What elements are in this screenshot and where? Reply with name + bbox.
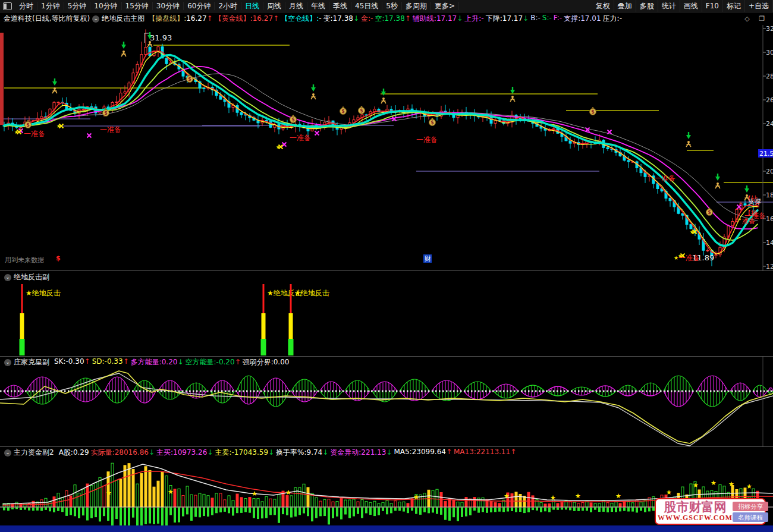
- zijin-values: A股:0.29实际量:28016.86↓主买:10973.26↓主卖:-1704…: [59, 448, 519, 458]
- svg-text:【操: 【操: [744, 209, 758, 217]
- indicator-field: 实际量:28016.86↓: [91, 448, 155, 458]
- menu-item-5秒[interactable]: 5秒: [382, 2, 402, 10]
- svg-text:★: ★: [413, 493, 419, 501]
- svg-text:★: ★: [728, 480, 734, 488]
- indicator-field: 支撑:17.01: [564, 14, 601, 24]
- indicator-values: 【操盘线】:16.27↑【黄金线】:16.27↑【空仓线】:-变:17.38↓金…: [148, 14, 624, 24]
- panel-zijin-title: 主力资金副2: [14, 448, 54, 458]
- menu-item-周线[interactable]: 周线: [263, 2, 285, 10]
- collapse-chevron-icon[interactable]: ⌄: [92, 15, 99, 23]
- menu-item-F10[interactable]: F10: [702, 0, 723, 12]
- kexing-values: SK:-0.30↑SD:-0.33↑多方能量:0.20↓空方能量:-0.20↑强…: [54, 357, 291, 367]
- svg-text:18: 18: [766, 191, 773, 199]
- indicator-field: 压力:-: [603, 14, 622, 24]
- svg-text:21.5: 21.5: [759, 150, 773, 158]
- svg-text:$: $: [26, 122, 30, 128]
- collapse-chevron-icon[interactable]: ⌄: [4, 359, 11, 366]
- svg-text:26: 26: [766, 96, 773, 104]
- svg-text:★: ★: [615, 492, 621, 500]
- svg-text:财: 财: [425, 255, 431, 263]
- menu-item-1分钟[interactable]: 1分钟: [37, 2, 64, 10]
- menu-item-多周期[interactable]: 多周期: [402, 2, 431, 10]
- collapse-chevron-icon[interactable]: ⌄: [4, 449, 11, 457]
- indicator-field: 上升:-: [464, 14, 483, 24]
- indicator-field: 【操盘线】:16.27↑: [148, 14, 212, 24]
- watermark-site-url: WWW.GSCFW.COM: [658, 514, 733, 522]
- tools-menu: 复权叠加多股统计画线F10标记+自选: [592, 0, 773, 12]
- svg-text:30: 30: [766, 49, 773, 56]
- indicator-field: 强弱分界:0.00: [243, 357, 290, 367]
- svg-text:20: 20: [766, 168, 773, 175]
- svg-text:$: $: [104, 111, 108, 116]
- menu-item-5分钟[interactable]: 5分钟: [64, 2, 91, 10]
- menu-item-45日线[interactable]: 45日线: [351, 2, 382, 10]
- indicator-field: MA13:22113.11↑: [454, 448, 516, 458]
- menu-item-10分钟[interactable]: 10分钟: [90, 2, 121, 10]
- menu-item-年线[interactable]: 年线: [307, 2, 329, 10]
- panel-separator[interactable]: [0, 270, 773, 271]
- site-watermark: 股市财富网 WWW.GSCFW.COM 指标分享 名师课程: [655, 498, 766, 525]
- svg-text:11.89: 11.89: [692, 253, 714, 262]
- svg-text:一准备: 一准备: [24, 130, 45, 138]
- menu-item-叠加[interactable]: 叠加: [614, 0, 636, 12]
- menu-item-统计[interactable]: 统计: [658, 0, 680, 12]
- svg-text:一准备: 一准备: [654, 174, 675, 182]
- indicator-field: 辅助线:17.17↓: [413, 14, 463, 24]
- stock-title: 金道科技(日线,等比前复权): [4, 14, 90, 24]
- kexing-oscillator-panel[interactable]: [0, 357, 773, 446]
- menu-item-季线[interactable]: 季线: [329, 2, 351, 10]
- indicator-field: 金:-: [361, 14, 373, 24]
- menu-item-15分钟[interactable]: 15分钟: [122, 2, 153, 10]
- svg-text:一准备: 一准备: [100, 125, 121, 134]
- main-candlestick-chart[interactable]: $$$$$$$$$★★★★★一准备一准备一准备一准备一准备一准备31.93用到未…: [0, 25, 773, 270]
- menu-item-分时[interactable]: 分时: [15, 2, 37, 10]
- svg-text:$: $: [291, 117, 295, 122]
- infobar-corner-icons[interactable]: ◇ ❐: [744, 15, 768, 23]
- window-icon[interactable]: [3, 2, 12, 10]
- menu-item-日线[interactable]: 日线: [241, 2, 263, 10]
- panel-zijin-header: ⌄ 主力资金副2 A股:0.29实际量:28016.86↓主买:10973.26…: [2, 448, 518, 458]
- svg-text:准备: 准备: [742, 218, 755, 225]
- svg-text:$: $: [188, 77, 191, 82]
- indicator-field: 空:17.38↑: [375, 14, 410, 24]
- svg-text:$: $: [591, 109, 595, 115]
- svg-text:→: →: [736, 216, 741, 222]
- svg-text:14: 14: [766, 239, 773, 247]
- svg-text:28: 28: [766, 73, 773, 80]
- panel-separator[interactable]: [0, 446, 773, 447]
- indicator-info-bar: 金道科技(日线,等比前复权) ⌄ 绝地反击主图 【操盘线】:16.27↑【黄金线…: [0, 13, 773, 24]
- svg-text:$: $: [360, 108, 363, 114]
- indicator-field: 【空仓线】:-: [281, 14, 321, 24]
- svg-text:一准备: 一准备: [290, 134, 311, 142]
- indicator-field: 换手率%:9.74↓: [276, 448, 328, 458]
- svg-text:★: ★: [550, 494, 556, 502]
- svg-text:★: ★: [575, 492, 581, 500]
- panel-fanji-title: 绝地反击副: [14, 272, 49, 282]
- svg-text:32: 32: [766, 25, 773, 33]
- top-menu-bar: 分时1分钟5分钟10分钟15分钟30分钟60分钟2小时日线周线月线年线季线45日…: [0, 0, 773, 12]
- svg-text:支撑: 支撑: [748, 198, 761, 206]
- svg-text:★绝地反击: ★绝地反击: [26, 289, 61, 297]
- menu-item-60分钟[interactable]: 60分钟: [184, 2, 215, 10]
- menu-item-月线[interactable]: 月线: [285, 2, 307, 10]
- svg-text:用到未来数据: 用到未来数据: [5, 256, 44, 264]
- fanji-signal-panel[interactable]: ★绝地反击★绝地反击★绝地反击: [0, 271, 773, 356]
- bottom-blue-strip: [0, 525, 773, 532]
- menu-item-多股[interactable]: 多股: [636, 0, 658, 12]
- menu-item-标记[interactable]: 标记: [723, 0, 745, 12]
- svg-text:★: ★: [674, 255, 678, 261]
- menu-item-+自选[interactable]: +自选: [745, 0, 773, 12]
- collapse-chevron-icon[interactable]: ⌄: [4, 274, 11, 281]
- panel-separator[interactable]: [0, 356, 773, 357]
- main-indicator-name: 绝地反击主图: [102, 14, 144, 24]
- menu-item-2小时[interactable]: 2小时: [215, 2, 241, 10]
- svg-text:★: ★: [168, 488, 174, 496]
- menu-item-画线[interactable]: 画线: [680, 0, 702, 12]
- menu-item-更多>[interactable]: 更多>: [431, 2, 459, 10]
- menu-item-30分钟[interactable]: 30分钟: [153, 2, 184, 10]
- indicator-field: 多方能量:0.20↓: [131, 357, 184, 367]
- menu-item-复权[interactable]: 复权: [592, 0, 614, 12]
- svg-text:★绝地反击: ★绝地反击: [294, 289, 330, 297]
- svg-text:$: $: [56, 254, 61, 262]
- indicator-field: 下降:17.17↓: [486, 14, 529, 24]
